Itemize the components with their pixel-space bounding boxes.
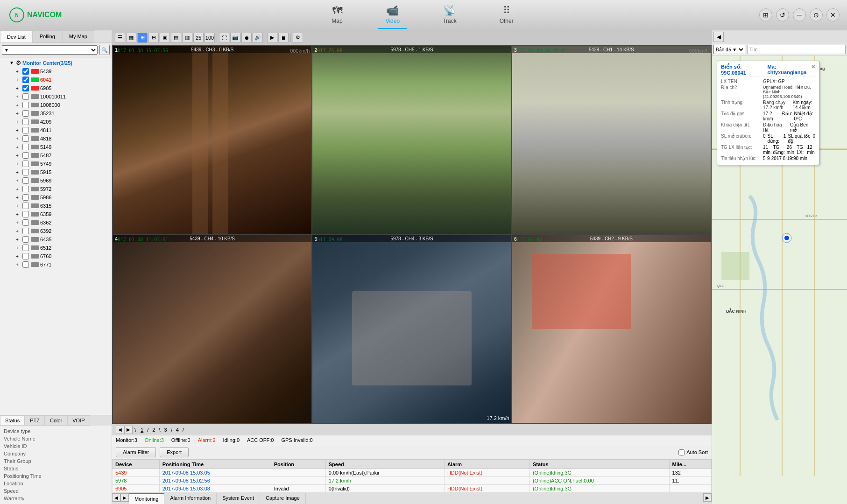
check-4818[interactable]	[22, 135, 29, 142]
tree-item-5749[interactable]: +5749	[1, 160, 111, 168]
tb-btn-8[interactable]: 25	[193, 33, 204, 43]
tree-item-4811[interactable]: +4811	[1, 126, 111, 134]
tb-stop[interactable]: ⏹	[278, 33, 289, 43]
check-6392[interactable]	[22, 228, 29, 234]
tree-filter-select[interactable]: ▼	[2, 45, 98, 55]
check-4811[interactable]	[22, 127, 29, 133]
tb-play[interactable]: ▶	[267, 33, 277, 43]
video-cell-2[interactable]: 2 5978 - CH5 - 1 KB/S 2017-25-08	[312, 46, 511, 234]
tb-btn-grid3[interactable]: ⊞	[137, 33, 148, 43]
tree-item-100010011[interactable]: +100010011	[1, 92, 111, 101]
tree-item-5915[interactable]: +5915	[1, 168, 111, 176]
check-5972[interactable]	[22, 186, 29, 192]
tree-item-5149[interactable]: +5149	[1, 143, 111, 151]
check-6760[interactable]	[22, 253, 29, 259]
check-6041[interactable]	[22, 77, 29, 83]
popup-close-button[interactable]: ✕	[811, 64, 815, 76]
video-cell-5[interactable]: 5 5978 - CH4 - 3 KB/S 2017-09-08 17.2 km…	[312, 235, 511, 423]
table-row-5978[interactable]: 5978 2017-09-08 15:02:56 17.2 km/h (Onli…	[113, 477, 712, 485]
tab-voip[interactable]: VOIP	[67, 415, 90, 426]
btab-capture[interactable]: Capture Image	[260, 493, 306, 504]
close-button[interactable]: ✕	[826, 8, 840, 21]
alarm-filter-button[interactable]: Alarm Filter	[116, 447, 156, 457]
page-next[interactable]: ▶	[124, 426, 133, 434]
tb-btn-6[interactable]: ▤	[171, 33, 181, 43]
tree-expand-root[interactable]: ▼	[9, 60, 15, 65]
check-5749[interactable]	[22, 161, 29, 167]
table-row-6905[interactable]: 6905 2017-09-08 15:03:08 Invalid 0(Inval…	[113, 485, 712, 493]
btab-monitoring[interactable]: Monitoring	[129, 493, 164, 504]
page-2[interactable]: 2	[149, 427, 158, 433]
tb-btn-2[interactable]: ▦	[126, 33, 136, 43]
check-35231[interactable]	[22, 110, 29, 117]
video-cell-4[interactable]: 4 5439 - CH4 - 10 KB/S 2017-03-08 11:03:…	[113, 235, 311, 423]
video-cell-6[interactable]: 6 5439 - CH2 - 9 KB/S 2017-03-08	[512, 235, 711, 423]
tree-item-6760[interactable]: +6760	[1, 252, 111, 260]
check-5487[interactable]	[22, 152, 29, 159]
tab-status[interactable]: Status	[0, 415, 25, 426]
tree-item-5487[interactable]: +5487	[1, 151, 111, 160]
tb-capture[interactable]: 📷	[230, 33, 240, 43]
btab-next[interactable]: ▶	[120, 493, 129, 502]
map-search-input[interactable]	[747, 45, 846, 54]
refresh-button[interactable]: ↺	[776, 8, 789, 21]
table-row-5439[interactable]: 5439 2017-09-08 15:03:05 0.00 km/h(East)…	[113, 469, 712, 477]
check-5915[interactable]	[22, 169, 29, 175]
tab-polling[interactable]: Polling	[33, 30, 62, 42]
btab-alarm[interactable]: Alarm Information	[164, 493, 217, 504]
tb-settings[interactable]: ⚙	[293, 33, 303, 43]
check-1008000[interactable]	[22, 102, 29, 108]
minimize-button[interactable]: ─	[793, 8, 806, 21]
check-6359[interactable]	[22, 211, 29, 217]
tree-root[interactable]: ▼ ⚙ Monitor Center(3/25)	[1, 58, 111, 67]
restore-button[interactable]: ⊙	[810, 8, 823, 21]
check-6771[interactable]	[22, 261, 29, 268]
tb-btn-1[interactable]: ☰	[115, 33, 125, 43]
map-toggle-btn[interactable]: ◀	[713, 32, 724, 42]
check-5149[interactable]	[22, 144, 29, 150]
tab-ptz[interactable]: PTZ	[25, 415, 45, 426]
check-5969[interactable]	[22, 177, 29, 184]
grid-button[interactable]: ⊞	[759, 8, 772, 21]
nav-map[interactable]: 🗺 Map	[324, 1, 350, 29]
tree-item-4818[interactable]: +4818	[1, 134, 111, 143]
check-6435[interactable]	[22, 236, 29, 243]
check-4209[interactable]	[22, 119, 29, 125]
nav-track[interactable]: 📡 Track	[435, 1, 464, 29]
video-cell-3[interactable]: 3 5439 - CH1 - 14 KB/S 2017-09-08 16:09:…	[512, 46, 711, 234]
btab-prev[interactable]: ◀	[112, 493, 120, 502]
video-cell-1[interactable]: 1 5439 - CH3 - 0 KB/S 2017-03-08 15:03:5…	[113, 46, 311, 234]
page-prev[interactable]: ◀	[116, 426, 124, 434]
check-5439[interactable]	[22, 68, 29, 75]
tree-item-4209[interactable]: +4209	[1, 118, 111, 126]
tb-btn-7[interactable]: ▥	[182, 33, 192, 43]
tab-devlist[interactable]: Dev List	[0, 30, 33, 42]
tree-item-6315[interactable]: +6315	[1, 202, 111, 210]
tb-fullscreen[interactable]: ⛶	[219, 33, 229, 43]
table-scroll[interactable]: Device Positioning Time Position Speed A…	[112, 460, 712, 493]
tree-item-6041[interactable]: + 6041	[1, 76, 111, 84]
tree-item-6771[interactable]: +6771	[1, 260, 111, 269]
tree-item-1008000[interactable]: +1008000	[1, 101, 111, 109]
check-6362[interactable]	[22, 219, 29, 226]
btab-scroll-right[interactable]: ▶	[703, 493, 712, 502]
tree-search-button[interactable]: 🔍	[99, 45, 110, 55]
tree-item-5972[interactable]: +5972	[1, 185, 111, 193]
page-4[interactable]: 4	[173, 427, 182, 433]
tree-item-6435[interactable]: +6435	[1, 235, 111, 244]
tree-item-6362[interactable]: +6362	[1, 218, 111, 227]
tb-btn-4[interactable]: ⊟	[148, 33, 159, 43]
tree-item-5439[interactable]: + 5439	[1, 67, 111, 76]
tab-mymap[interactable]: My Map	[62, 30, 94, 42]
tree-item-6392[interactable]: +6392	[1, 227, 111, 235]
tree-item-5969[interactable]: +5969	[1, 176, 111, 185]
tb-btn-9[interactable]: 100	[205, 33, 215, 43]
check-6315[interactable]	[22, 203, 29, 209]
btab-system-event[interactable]: System Event	[217, 493, 260, 504]
check-100010011[interactable]	[22, 93, 29, 100]
tb-audio[interactable]: 🔊	[253, 33, 263, 43]
page-1[interactable]: 1	[138, 427, 146, 433]
export-button[interactable]: Export	[160, 447, 189, 457]
tree-item-35231[interactable]: +35231	[1, 109, 111, 118]
tree-item-6359[interactable]: +6359	[1, 210, 111, 218]
